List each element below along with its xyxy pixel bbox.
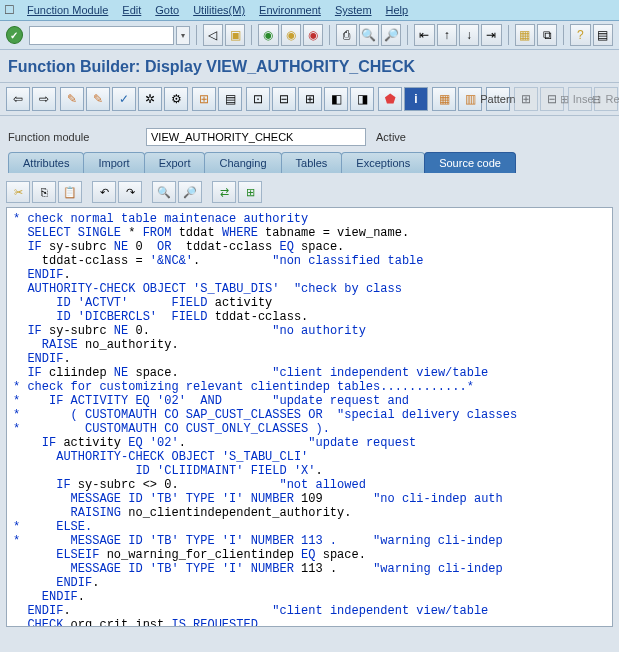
app-menu-icon[interactable]: ☐	[4, 3, 15, 17]
status-label: Active	[376, 131, 406, 143]
menu-help[interactable]: Help	[380, 2, 415, 18]
new-session-icon[interactable]: ▦	[515, 24, 535, 46]
page-title: Function Builder: Display VIEW_AUTHORITY…	[8, 58, 611, 76]
save-icon[interactable]: ▣	[225, 24, 245, 46]
first-page-icon[interactable]: ⇤	[414, 24, 434, 46]
insert-button: ⊞Insert	[568, 87, 592, 111]
editor-find-button[interactable]: 🔍	[152, 181, 176, 203]
undo-button[interactable]: ↶	[92, 181, 116, 203]
re-button: ⊟Re	[594, 87, 618, 111]
menu-edit[interactable]: Edit	[116, 2, 147, 18]
layout-icon[interactable]: ▤	[593, 24, 613, 46]
tool-button-7[interactable]: ▥	[458, 87, 482, 111]
command-dropdown-icon[interactable]: ▾	[176, 26, 190, 45]
tab-export[interactable]: Export	[144, 152, 206, 173]
tab-strip: Attributes Import Export Changing Tables…	[0, 152, 619, 173]
cut-button[interactable]: ✂	[6, 181, 30, 203]
nav-exit-icon[interactable]: ◉	[281, 24, 301, 46]
forward-button[interactable]: ⇨	[32, 87, 56, 111]
info-button[interactable]: i	[404, 87, 428, 111]
menu-goto[interactable]: Goto	[149, 2, 185, 18]
app-toolbar: ⇦ ⇨ ✎ ✎ ✓ ✲ ⚙ ⊞ ▤ ⊡ ⊟ ⊞ ◧ ◨ ⬟ i ▦ ▥ Patt…	[0, 83, 619, 116]
tab-attributes[interactable]: Attributes	[8, 152, 84, 173]
where-used-button[interactable]: ⊞	[192, 87, 216, 111]
redo-button[interactable]: ↷	[118, 181, 142, 203]
tool-button-1[interactable]: ⊡	[246, 87, 270, 111]
find-icon[interactable]: 🔍	[359, 24, 379, 46]
copy-button[interactable]: ⎘	[32, 181, 56, 203]
tool-button-3[interactable]: ⊞	[298, 87, 322, 111]
editor-toolbar: ✂ ⎘ 📋 ↶ ↷ 🔍 🔎 ⇄ ⊞	[6, 179, 613, 207]
tool-button-2[interactable]: ⊟	[272, 87, 296, 111]
menu-system[interactable]: System	[329, 2, 378, 18]
shortcut-icon[interactable]: ⧉	[537, 24, 557, 46]
title-bar: Function Builder: Display VIEW_AUTHORITY…	[0, 50, 619, 83]
function-module-label: Function module	[8, 131, 138, 143]
tab-import[interactable]: Import	[83, 152, 144, 173]
help-icon[interactable]: ?	[570, 24, 590, 46]
activate-button[interactable]: ✲	[138, 87, 162, 111]
paste-button[interactable]: 📋	[58, 181, 82, 203]
last-page-icon[interactable]: ⇥	[481, 24, 501, 46]
breakpoint-button[interactable]: ⬟	[378, 87, 402, 111]
editor-area: ✂ ⎘ 📋 ↶ ↷ 🔍 🔎 ⇄ ⊞ * check normal table m…	[0, 173, 619, 627]
command-field[interactable]	[29, 26, 174, 45]
function-module-row: Function module Active	[0, 116, 619, 152]
find-next-icon[interactable]: 🔎	[381, 24, 401, 46]
nav-cancel-icon[interactable]: ◉	[303, 24, 323, 46]
other-object-button[interactable]: ✎	[86, 87, 110, 111]
display-change-button[interactable]: ✎	[60, 87, 84, 111]
enter-icon[interactable]: ✓	[6, 26, 23, 44]
pattern-button[interactable]: Pattern	[486, 87, 510, 111]
editor-tool-2[interactable]: ⊞	[238, 181, 262, 203]
next-page-icon[interactable]: ↓	[459, 24, 479, 46]
source-code-editor[interactable]: * check normal table maintenace authorit…	[6, 207, 613, 627]
back-button[interactable]: ⇦	[6, 87, 30, 111]
menu-utilities[interactable]: Utilities(M)	[187, 2, 251, 18]
tab-exceptions[interactable]: Exceptions	[341, 152, 425, 173]
tab-changing[interactable]: Changing	[204, 152, 281, 173]
test-button[interactable]: ⚙	[164, 87, 188, 111]
menu-function-module[interactable]: Function Module	[21, 2, 114, 18]
editor-tool-1[interactable]: ⇄	[212, 181, 236, 203]
back-icon[interactable]: ◁	[203, 24, 223, 46]
editor-find-next-button[interactable]: 🔎	[178, 181, 202, 203]
standard-toolbar: ✓ ▾ ◁ ▣ ◉ ◉ ◉ ⎙ 🔍 🔎 ⇤ ↑ ↓ ⇥ ▦ ⧉ ? ▤	[0, 21, 619, 50]
prev-page-icon[interactable]: ↑	[437, 24, 457, 46]
display-list-button[interactable]: ▤	[218, 87, 242, 111]
print-icon[interactable]: ⎙	[336, 24, 356, 46]
function-module-input[interactable]	[146, 128, 366, 146]
nav-back-icon[interactable]: ◉	[258, 24, 278, 46]
tool-button-8: ⊞	[514, 87, 538, 111]
menu-environment[interactable]: Environment	[253, 2, 327, 18]
tab-source-code[interactable]: Source code	[424, 152, 516, 173]
tab-tables[interactable]: Tables	[281, 152, 343, 173]
tool-button-6[interactable]: ▦	[432, 87, 456, 111]
menu-bar: ☐ Function Module Edit Goto Utilities(M)…	[0, 0, 619, 21]
check-button[interactable]: ✓	[112, 87, 136, 111]
tool-button-4[interactable]: ◧	[324, 87, 348, 111]
tool-button-5[interactable]: ◨	[350, 87, 374, 111]
